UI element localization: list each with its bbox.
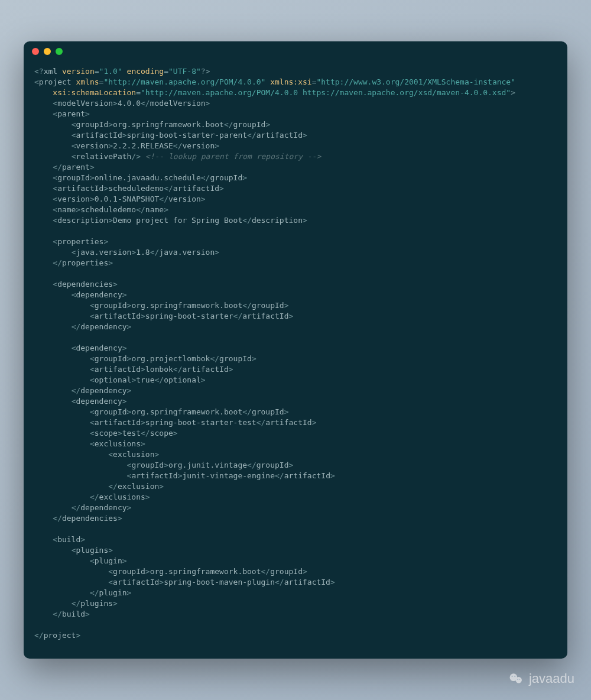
dep2-artifact-id: spring-boot-starter-test xyxy=(145,418,256,427)
dep1-group-id: org.projectlombok xyxy=(131,354,210,363)
dep2-scope: test xyxy=(122,429,141,438)
parent-version: 2.2.2.RELEASE xyxy=(113,141,173,150)
plugin0-group-id: org.springframework.boot xyxy=(150,567,261,576)
description: Demo project for Spring Boot xyxy=(113,216,242,225)
close-icon[interactable] xyxy=(32,48,39,55)
group-id: online.javaadu.schedule xyxy=(95,173,201,182)
parent-group-id: org.springframework.boot xyxy=(113,120,224,129)
java-version: 1.8 xyxy=(136,248,150,257)
attr-xmlns-xsi: http://www.w3.org/2001/XMLSchema-instanc… xyxy=(321,77,511,86)
artifact-id: scheduledemo xyxy=(108,184,164,193)
maximize-icon[interactable] xyxy=(56,48,63,55)
code-content[interactable]: <?xml version="1.0" encoding="UTF-8"?> <… xyxy=(24,61,567,659)
wechat-icon xyxy=(508,670,524,687)
dep0-artifact-id: spring-boot-starter xyxy=(145,312,233,320)
code-window: <?xml version="1.0" encoding="UTF-8"?> <… xyxy=(24,41,567,659)
svg-point-5 xyxy=(519,679,521,680)
version: 0.0.1-SNAPSHOT xyxy=(95,195,160,203)
project-name: scheduledemo xyxy=(80,205,136,214)
window-titlebar xyxy=(24,41,567,61)
dep0-group-id: org.springframework.boot xyxy=(131,301,242,310)
plugin0-artifact-id: spring-boot-maven-plugin xyxy=(164,578,275,586)
dep1-optional: true xyxy=(136,375,154,384)
svg-point-3 xyxy=(514,676,515,677)
excl0-artifact-id: junit-vintage-engine xyxy=(182,471,275,480)
dep1-artifact-id: lombok xyxy=(145,365,173,374)
parent-artifact-id: spring-boot-starter-parent xyxy=(127,131,248,140)
dep2-group-id: org.springframework.boot xyxy=(131,407,242,416)
watermark-text: javaadu xyxy=(529,671,574,686)
attr-schema-location: http://maven.apache.org/POM/4.0.0 https:… xyxy=(145,88,506,97)
svg-point-4 xyxy=(517,679,518,680)
relative-path-comment: <!-- lookup parent from repository --> xyxy=(145,152,321,161)
minimize-icon[interactable] xyxy=(44,48,51,55)
svg-point-2 xyxy=(511,676,512,677)
attr-xmlns: http://maven.apache.org/POM/4.0.0 xyxy=(108,77,261,86)
excl0-group-id: org.junit.vintage xyxy=(168,461,247,469)
model-version: 4.0.0 xyxy=(118,99,141,108)
watermark: javaadu xyxy=(508,670,574,687)
svg-point-1 xyxy=(515,677,522,683)
